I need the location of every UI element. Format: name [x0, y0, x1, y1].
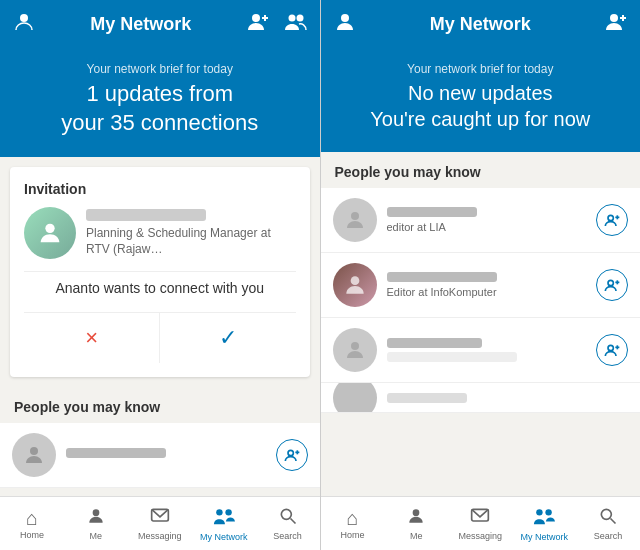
svg-point-6 — [45, 224, 54, 233]
svg-point-1 — [252, 14, 260, 22]
left-person-info-1 — [66, 448, 276, 462]
right-person-info-1: editor at LIA — [387, 207, 597, 233]
right-brief-text: No new updates You're caught up for now — [341, 80, 621, 132]
left-panel: My Network Your network — [0, 0, 320, 550]
left-nav-home-label: Home — [20, 530, 44, 540]
right-connect-btn-1[interactable] — [596, 204, 628, 236]
right-person-avatar-1 — [333, 198, 377, 242]
svg-point-37 — [601, 509, 611, 519]
accept-button[interactable]: ✓ — [160, 313, 295, 363]
left-header-person-icon — [12, 10, 36, 38]
left-header-actions — [246, 10, 308, 38]
right-nav-mynetwork[interactable]: My Network — [512, 497, 576, 550]
svg-point-25 — [350, 276, 359, 285]
left-header: My Network — [0, 0, 320, 48]
left-nav-mynetwork[interactable]: My Network — [192, 497, 256, 550]
left-people-icon[interactable] — [284, 10, 308, 38]
right-person-row-1: editor at LIA — [321, 188, 641, 253]
left-mynetwork-icon — [213, 505, 235, 530]
left-people-section-title: People you may know — [0, 387, 320, 423]
left-connect-btn-1[interactable] — [276, 439, 308, 471]
right-nav-mynetwork-label: My Network — [520, 532, 568, 542]
right-me-icon — [406, 506, 426, 529]
left-nav-search[interactable]: Search — [256, 497, 320, 550]
left-messaging-icon — [150, 506, 170, 529]
right-brief-subtitle: Your network brief for today — [341, 62, 621, 76]
right-connect-btn-2[interactable] — [596, 269, 628, 301]
invitation-card: Invitation Planning & Scheduling Manager… — [10, 167, 310, 377]
left-bottom-nav: ⌂ Home Me Messaging — [0, 496, 320, 550]
left-nav-home[interactable]: ⌂ Home — [0, 497, 64, 550]
svg-point-21 — [351, 212, 359, 220]
left-nav-mynetwork-label: My Network — [200, 532, 248, 542]
right-person-name-blur-2 — [387, 272, 497, 282]
invitee-avatar — [24, 207, 76, 259]
svg-line-38 — [611, 519, 616, 524]
right-person-name-blur-1 — [387, 207, 477, 217]
right-person-name-blur-3 — [387, 338, 482, 348]
right-person-info-4 — [387, 393, 629, 403]
left-add-person-icon[interactable] — [246, 10, 270, 38]
right-person-avatar-3 — [333, 328, 377, 372]
svg-point-15 — [281, 509, 291, 519]
left-person-row-1 — [0, 423, 320, 488]
svg-point-17 — [341, 14, 349, 22]
right-search-icon — [598, 506, 618, 529]
right-panel: My Network Your network brief for today … — [321, 0, 641, 550]
svg-point-13 — [216, 509, 222, 515]
right-messaging-icon — [470, 506, 490, 529]
svg-point-36 — [546, 509, 552, 515]
invitation-message: Ananto wants to connect with you — [24, 271, 296, 308]
right-person-row-3 — [321, 318, 641, 383]
left-person-name-blur-1 — [66, 448, 166, 458]
left-nav-messaging[interactable]: Messaging — [128, 497, 192, 550]
left-network-brief: Your network brief for today 1 updates f… — [0, 48, 320, 157]
invitation-person: Planning & Scheduling Manager at RTV (Ra… — [24, 207, 296, 259]
right-content: People you may know editor at LIA — [321, 152, 641, 496]
right-header-title: My Network — [430, 14, 531, 35]
left-nav-search-label: Search — [273, 531, 302, 541]
right-person-row-2: Editor at InfoKomputer — [321, 253, 641, 318]
decline-button[interactable]: × — [24, 313, 160, 363]
svg-point-30 — [608, 345, 613, 350]
right-nav-messaging[interactable]: Messaging — [448, 497, 512, 550]
left-nav-messaging-label: Messaging — [138, 531, 182, 541]
right-person-row-4-partial — [321, 383, 641, 413]
right-nav-search[interactable]: Search — [576, 497, 640, 550]
svg-point-8 — [288, 451, 293, 456]
svg-point-18 — [610, 14, 618, 22]
invitee-name-blur — [86, 209, 206, 221]
right-nav-home[interactable]: ⌂ Home — [321, 497, 385, 550]
right-person-role-1: editor at LIA — [387, 221, 597, 233]
right-header: My Network — [321, 0, 641, 48]
left-search-icon — [278, 506, 298, 529]
svg-point-35 — [536, 509, 542, 515]
svg-point-33 — [413, 509, 420, 516]
right-person-info-2: Editor at InfoKomputer — [387, 272, 597, 298]
svg-point-26 — [608, 280, 613, 285]
svg-point-5 — [296, 15, 303, 22]
left-person-avatar-1 — [12, 433, 56, 477]
right-nav-me[interactable]: Me — [384, 497, 448, 550]
right-connect-btn-3[interactable] — [596, 334, 628, 366]
svg-point-29 — [351, 342, 359, 350]
invitation-actions: × ✓ — [24, 312, 296, 363]
left-header-title: My Network — [90, 14, 191, 35]
svg-point-4 — [288, 15, 295, 22]
left-nav-me[interactable]: Me — [64, 497, 128, 550]
left-content: Invitation Planning & Scheduling Manager… — [0, 157, 320, 496]
right-add-person-icon[interactable] — [604, 10, 628, 38]
right-person-role-3 — [387, 352, 517, 362]
right-person-name-blur-4 — [387, 393, 467, 403]
left-home-icon: ⌂ — [26, 508, 38, 528]
invitation-label: Invitation — [24, 181, 296, 197]
right-bottom-nav: ⌂ Home Me Messaging — [321, 496, 641, 550]
svg-point-11 — [93, 509, 100, 516]
right-person-info-3 — [387, 338, 597, 362]
right-person-role-2: Editor at InfoKomputer — [387, 286, 597, 298]
svg-point-14 — [225, 509, 231, 515]
right-nav-home-label: Home — [340, 530, 364, 540]
left-nav-me-label: Me — [90, 531, 103, 541]
svg-point-0 — [20, 14, 28, 22]
left-brief-line1: 1 updates from your 35 connections — [20, 80, 300, 137]
